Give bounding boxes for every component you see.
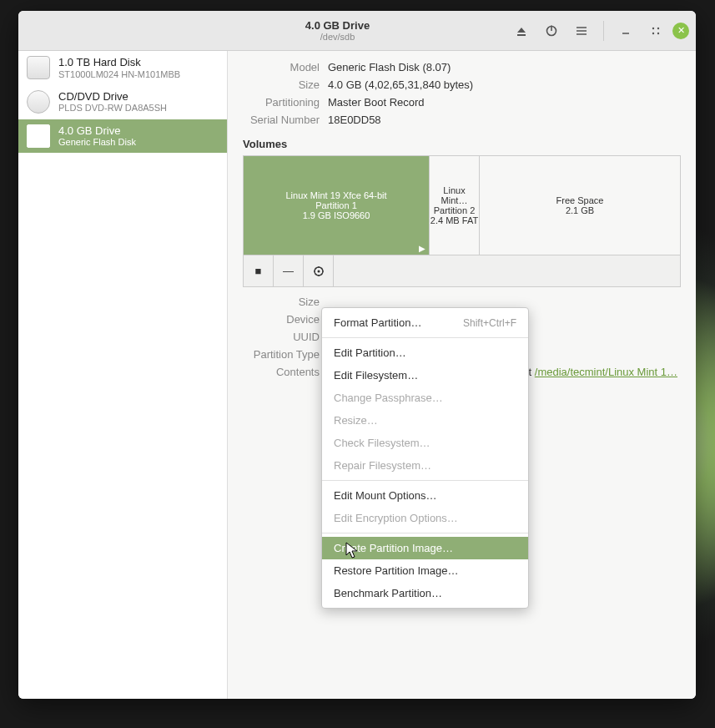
menu-item-resize: Resize… [322,409,528,432]
volume-name: Linux Mint 19 Xfce 64-bit [285,190,386,200]
menu-item-change-passphrase: Change Passphrase… [322,387,528,409]
sidebar-item-sublabel: PLDS DVD-RW DA8A5SH [58,103,167,114]
sidebar-item-flash[interactable]: 4.0 GB Drive Generic Flash Disk [18,119,227,154]
menu-item-edit-filesystem[interactable]: Edit Filesystem… [322,364,528,387]
window-subtitle: /dev/sdb [167,32,508,42]
label-uuid: UUID [243,331,320,343]
volume-partition-2[interactable]: Linux Mint… Partition 2 2.4 MB FAT [430,156,480,255]
menu-item-label: Repair Filesystem… [334,459,431,472]
disc-icon [27,90,50,114]
volume-toolbar: ■ — [243,255,681,287]
power-button[interactable] [538,18,565,44]
volumes-heading: Volumes [243,138,681,150]
titlebar: 4.0 GB Drive /dev/sdb ✕ [18,11,696,51]
menu-item-edit-encryption-options: Edit Encryption Options… [322,507,528,529]
sidebar-item-sublabel: ST1000LM024 HN-M101MBB [58,69,180,80]
menu-item-label: Change Passphrase… [334,392,443,404]
window-title: 4.0 GB Drive [167,19,508,32]
hamburger-menu-button[interactable] [568,18,595,44]
volume-size-label: 2.4 MB FAT [431,215,478,225]
titlebar-controls: ✕ [508,18,689,44]
sidebar-item-sublabel: Generic Flash Disk [58,137,136,148]
svg-point-3 [652,27,654,28]
sidebar-item-optical[interactable]: CD/DVD Drive PLDS DVD-RW DA8A5SH [18,85,227,119]
svg-point-5 [652,32,654,33]
svg-point-4 [657,27,659,28]
value-model: Generic Flash Disk (8.07) [328,61,451,73]
menu-separator [322,337,528,338]
menu-item-benchmark-partition[interactable]: Benchmark Partition… [322,582,528,604]
menu-item-label: Restore Partition Image… [334,564,459,577]
label-partitioning: Partitioning [243,96,320,109]
maximize-button[interactable] [642,18,669,44]
label-model: Model [243,61,320,73]
label-contents: Contents [243,366,320,378]
unmount-button[interactable]: ■ [244,255,274,286]
menu-item-check-filesystem: Check Filesystem… [322,432,528,454]
flash-drive-icon [27,124,50,148]
menu-item-label: Edit Mount Options… [334,489,437,502]
menu-item-label: Edit Filesystem… [334,369,418,382]
delete-partition-button[interactable]: — [274,255,304,286]
play-icon: ▶ [419,244,425,253]
minimize-button[interactable] [612,18,639,44]
label-ptype: Partition Type [243,348,320,361]
value-partitioning: Master Boot Record [328,96,425,109]
volume-free-space[interactable]: Free Space 2.1 GB [480,156,680,255]
menu-item-label: Check Filesystem… [334,437,431,449]
sidebar-item-label: CD/DVD Drive [58,90,167,104]
title-center: 4.0 GB Drive /dev/sdb [167,19,508,42]
volume-size-label: 1.9 GB ISO9660 [303,210,370,220]
menu-item-edit-partition[interactable]: Edit Partition… [322,341,528,364]
menu-item-accelerator: Shift+Ctrl+F [463,317,516,329]
close-button[interactable]: ✕ [672,23,689,39]
volume-partition-label: Partition 2 [434,205,476,215]
label-device: Device [243,313,320,326]
volume-partition-1[interactable]: Linux Mint 19 Xfce 64-bit Partition 1 1.… [244,156,430,255]
volume-partition-label: Partition 1 [315,200,357,210]
svg-point-6 [657,32,659,33]
svg-point-8 [317,270,320,272]
label-size: Size [243,78,320,91]
more-options-button[interactable] [304,255,334,286]
label-part-size: Size [243,296,320,308]
sidebar-item-hdd[interactable]: 1.0 TB Hard Disk ST1000LM024 HN-M101MBB [18,51,227,85]
value-serial: 18E0DD58 [328,114,381,126]
volume-name: Linux Mint… [430,185,479,205]
menu-item-format-partition[interactable]: Format Partition…Shift+Ctrl+F [322,311,528,334]
menu-item-label: Resize… [334,414,378,427]
mount-point-link[interactable]: /media/tecmint/Linux Mint 1… [535,366,677,378]
menu-item-label: Format Partition… [334,316,421,329]
menu-item-label: Benchmark Partition… [334,587,442,599]
sidebar-item-label: 4.0 GB Drive [58,124,136,138]
menu-item-label: Edit Encryption Options… [334,512,458,524]
menu-separator [322,480,528,481]
sidebar-item-label: 1.0 TB Hard Disk [58,56,180,69]
menu-separator [322,533,528,533]
value-size: 4.0 GB (4,02,65,31,840 bytes) [328,78,473,91]
menu-item-label: Edit Partition… [334,346,406,359]
volume-name: Free Space [556,195,604,205]
label-serial: Serial Number [243,114,320,126]
volume-size-label: 2.1 GB [566,205,594,215]
menu-item-repair-filesystem: Repair Filesystem… [322,454,528,477]
eject-button[interactable] [508,18,535,44]
menu-item-edit-mount-options[interactable]: Edit Mount Options… [322,484,528,507]
volumes-diagram: Linux Mint 19 Xfce 64-bit Partition 1 1.… [243,155,681,255]
mouse-cursor [345,542,360,564]
device-sidebar: 1.0 TB Hard Disk ST1000LM024 HN-M101MBB … [18,51,228,699]
hdd-icon [27,56,50,79]
